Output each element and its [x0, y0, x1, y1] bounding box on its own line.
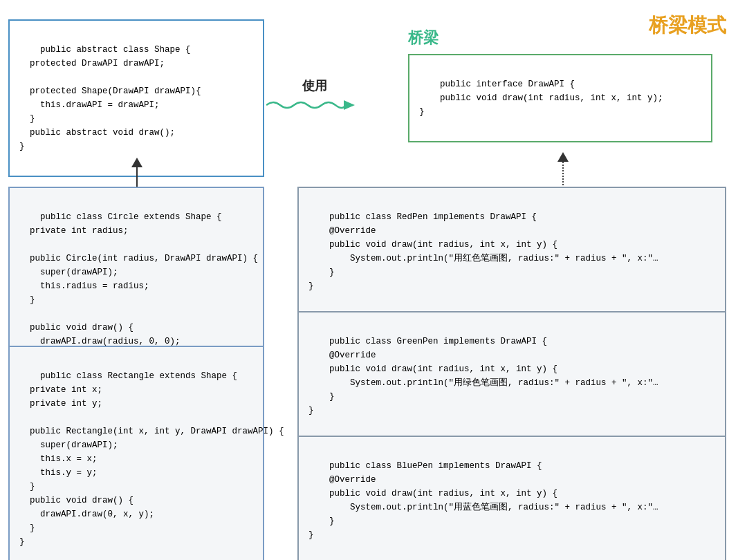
drawapi-code-box: public interface DrawAPI { public void d…	[408, 54, 712, 142]
bridge-section-label: 桥梁	[408, 28, 439, 48]
use-arrow-container: 使用	[266, 77, 363, 113]
redpen-code-box: public class RedPen implements DrawAPI {…	[297, 187, 726, 317]
page: 桥梁模式 桥梁 public abstract class Shape { pr…	[0, 0, 747, 560]
dotted-up-arrow-head	[557, 152, 569, 162]
right-arrow	[266, 97, 363, 113]
shape-code-box: public abstract class Shape { protected …	[8, 19, 264, 177]
use-label: 使用	[302, 77, 327, 94]
rectangle-code-box: public class Rectangle extends Shape { p…	[8, 346, 264, 560]
bluepen-code-box: public class BluePen implements DrawAPI …	[297, 436, 726, 560]
page-title: 桥梁模式	[649, 12, 726, 39]
wavy-arrow-svg	[266, 97, 363, 113]
up-arrow-head	[131, 158, 142, 167]
svg-marker-0	[344, 100, 355, 110]
greenpen-code-box: public class GreenPen implements DrawAPI…	[297, 311, 726, 441]
